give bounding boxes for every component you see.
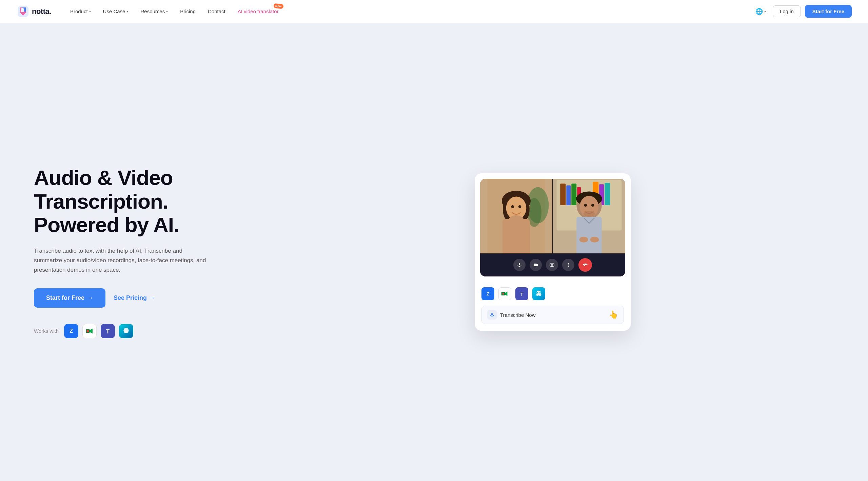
chevron-down-icon: ▾ — [764, 9, 766, 13]
works-with: Works with Z — [34, 324, 244, 338]
hero-pricing-link[interactable]: See Pricing → — [114, 294, 155, 302]
app-icons: Z T — [64, 324, 133, 338]
nav-product[interactable]: Product ▾ — [65, 6, 96, 17]
svg-point-50 — [568, 265, 569, 266]
svg-point-23 — [509, 215, 524, 224]
svg-rect-62 — [491, 313, 493, 315]
transcribe-button[interactable]: Transcribe Now 👆 — [481, 306, 624, 324]
nav-contact[interactable]: Contact — [202, 6, 231, 17]
zoom-integration-icon: Z — [481, 287, 494, 300]
hero-subtitle: Transcribe audio to text with the help o… — [34, 246, 210, 275]
google-meet-icon — [82, 324, 97, 338]
video-demo-card: Z T — [475, 173, 631, 331]
nav-usecase[interactable]: Use Case ▾ — [98, 6, 134, 17]
hero-right: Z T — [264, 173, 841, 331]
chevron-down-icon: ▾ — [89, 9, 91, 13]
svg-text:T: T — [520, 291, 523, 297]
nav-pricing[interactable]: Pricing — [175, 6, 201, 17]
language-selector[interactable]: 🌐 ▾ — [753, 5, 769, 18]
svg-point-41 — [579, 237, 588, 243]
svg-point-57 — [536, 293, 539, 296]
otter-integration-icon — [532, 287, 545, 300]
svg-rect-45 — [534, 264, 537, 266]
video-call — [480, 179, 625, 276]
participant-2 — [553, 179, 625, 253]
svg-rect-48 — [551, 264, 553, 266]
new-badge: New — [274, 3, 284, 9]
hero-left: Audio & Video Transcription. Powered by … — [34, 166, 244, 338]
nav-resources[interactable]: Resources ▾ — [135, 6, 173, 17]
svg-rect-43 — [519, 263, 520, 265]
svg-rect-40 — [576, 217, 602, 253]
svg-point-38 — [584, 204, 587, 207]
works-with-label: Works with — [34, 328, 59, 334]
camera-button[interactable] — [530, 259, 542, 271]
login-button[interactable]: Log in — [773, 5, 801, 17]
hero-section: Audio & Video Transcription. Powered by … — [0, 23, 868, 481]
svg-point-59 — [537, 292, 538, 293]
hero-buttons: Start for Free → See Pricing → — [34, 288, 244, 308]
card-bottom: Z T — [475, 282, 631, 331]
logo[interactable]: notta. — [16, 5, 51, 18]
svg-point-60 — [539, 292, 541, 293]
nav-right: 🌐 ▾ Log in Start for Free — [753, 5, 852, 18]
mic-button[interactable] — [513, 259, 526, 271]
participant-1 — [480, 179, 552, 253]
video-grid — [480, 179, 625, 253]
svg-rect-27 — [560, 184, 566, 205]
svg-point-42 — [590, 237, 599, 243]
chevron-down-icon: ▾ — [126, 9, 128, 13]
svg-point-10 — [126, 330, 129, 333]
logo-text: notta. — [32, 7, 51, 16]
screen-share-button[interactable] — [546, 259, 558, 271]
logo-icon — [16, 5, 30, 18]
video-controls — [480, 253, 625, 276]
svg-point-49 — [568, 263, 569, 264]
svg-point-58 — [539, 293, 541, 296]
google-meet-integration-icon — [498, 287, 511, 300]
svg-text:T: T — [106, 328, 110, 334]
transcribe-icon — [487, 310, 497, 320]
navbar: notta. Product ▾ Use Case ▾ Resources ▾ … — [0, 0, 868, 23]
svg-rect-54 — [502, 293, 504, 295]
cursor-hand-icon: 👆 — [609, 310, 618, 319]
zoom-icon: Z — [64, 324, 78, 338]
end-call-button[interactable] — [578, 258, 592, 272]
nav-links: Product ▾ Use Case ▾ Resources ▾ Pricing… — [65, 6, 753, 17]
more-options-button[interactable] — [562, 259, 574, 271]
globe-icon: 🌐 — [755, 8, 763, 15]
svg-rect-29 — [571, 184, 576, 205]
otter-icon — [119, 324, 133, 338]
nav-start-button[interactable]: Start for Free — [805, 5, 852, 18]
hero-title: Audio & Video Transcription. Powered by … — [34, 166, 244, 236]
svg-rect-1 — [21, 8, 24, 12]
integration-icons: Z T — [481, 287, 624, 300]
hero-start-button[interactable]: Start for Free → — [34, 288, 105, 308]
svg-rect-28 — [566, 185, 571, 205]
transcribe-label: Transcribe Now — [500, 312, 535, 318]
nav-ai-translator[interactable]: New AI video translator — [232, 6, 284, 17]
chevron-down-icon: ▾ — [166, 9, 168, 13]
svg-rect-22 — [502, 219, 530, 253]
svg-point-20 — [511, 205, 514, 208]
svg-rect-4 — [86, 330, 89, 332]
teams-integration-icon: T — [515, 287, 528, 300]
svg-point-21 — [518, 205, 521, 208]
svg-point-39 — [591, 204, 594, 207]
svg-point-51 — [568, 266, 569, 267]
teams-icon: T — [101, 324, 115, 338]
svg-rect-33 — [605, 183, 610, 205]
